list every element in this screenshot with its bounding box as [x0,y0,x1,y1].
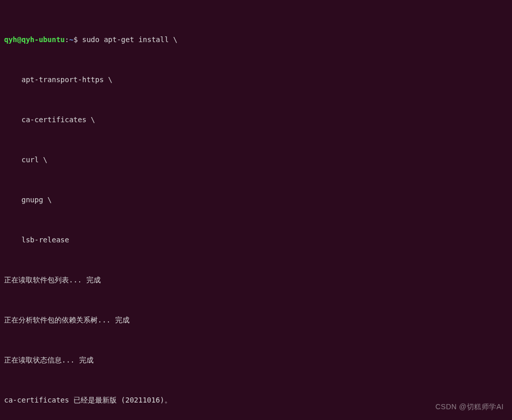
prompt-line-1: qyh@qyh-ubuntu:~$ sudo apt-get install \ [4,33,508,46]
command-continuation: ca-certificates \ [4,113,508,126]
prompt-path: ~ [69,35,73,44]
output-line: 正在读取状态信息... 完成 [4,353,508,367]
output-line: ca-certificates 已经是最新版 (20211016)。 [4,393,508,407]
output-line: 正在读取软件包列表... 完成 [4,273,508,287]
command-continuation: lsb-release [4,233,508,246]
command-continuation: curl \ [4,153,508,166]
command-continuation: apt-transport-https \ [4,73,508,86]
command-text: sudo apt-get install \ [82,35,177,44]
terminal-window[interactable]: qyh@qyh-ubuntu:~$ sudo apt-get install \… [0,0,512,420]
watermark-text: CSDN @切糕师学AI [435,403,504,412]
command-continuation: gnupg \ [4,193,508,206]
output-line: 正在分析软件包的依赖关系树... 完成 [4,313,508,327]
prompt-user: qyh@qyh-ubuntu [4,35,65,44]
